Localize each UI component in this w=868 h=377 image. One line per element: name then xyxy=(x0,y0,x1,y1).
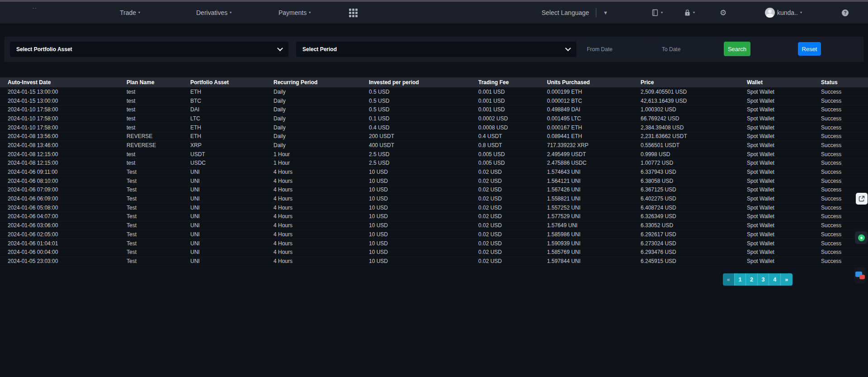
table-cell: 4 Hours xyxy=(274,239,369,248)
security-lock-icon xyxy=(684,9,691,16)
column-header: Trading Fee xyxy=(478,77,547,87)
period-select-label: Select Period xyxy=(302,46,337,52)
portfolio-asset-select[interactable]: Select Portfolio Asset xyxy=(10,42,288,57)
nav-item-derivatives[interactable]: Derivatives ▾ xyxy=(196,2,231,24)
table-cell: Success xyxy=(821,167,868,177)
chat-bubbles-icon xyxy=(855,271,865,281)
table-cell: 2024-01-06 02:05:00 xyxy=(0,230,127,239)
pagination-page[interactable]: 2 xyxy=(746,273,758,286)
table-cell: 4 Hours xyxy=(274,186,369,195)
table-cell: Daily xyxy=(274,105,369,114)
table-cell: Spot Wallet xyxy=(747,132,821,141)
share-widget[interactable] xyxy=(856,193,868,205)
logo[interactable]: .. xyxy=(33,4,38,10)
table-cell: 6.292617 USD xyxy=(641,230,747,239)
table-cell: 2024-01-10 17:58:00 xyxy=(0,114,127,123)
table-cell: Spot Wallet xyxy=(747,105,821,114)
security-menu-button[interactable]: ▾ xyxy=(684,2,695,24)
table-cell: 2024-01-06 09:11:00 xyxy=(0,167,127,177)
table-cell: 2024-01-06 03:06:00 xyxy=(0,221,127,230)
table-row: 2024-01-06 02:05:00TestUNI4 Hours10 USD0… xyxy=(0,230,868,239)
table-row: 2024-01-08 12:15:00testUSDC1 Hour2.5 USD… xyxy=(0,159,868,168)
column-header: Wallet xyxy=(747,77,821,87)
help-icon: ? xyxy=(842,10,849,16)
table-cell: Success xyxy=(821,132,868,141)
table-cell: Spot Wallet xyxy=(747,177,821,186)
column-header: Recurring Period xyxy=(274,77,369,87)
pagination-page[interactable]: 4 xyxy=(769,273,781,286)
table-cell: 1.00772 USD xyxy=(641,159,747,168)
user-menu[interactable]: kunda.. ▾ xyxy=(765,2,802,24)
table-cell: 6.33052 USD xyxy=(641,221,747,230)
help-button[interactable]: ? xyxy=(842,2,849,24)
table-cell: 0.02 USD xyxy=(478,248,547,257)
apps-grid-button[interactable] xyxy=(349,2,358,24)
table-cell: test xyxy=(127,87,190,96)
table-row: 2024-01-15 13:00:00testBTCDaily0.5 USD0.… xyxy=(0,96,868,105)
top-nav: .. Trade ▾ Derivatives ▾ Payments ▾ Sele… xyxy=(0,2,868,24)
pagination-page[interactable]: 3 xyxy=(758,273,769,286)
period-select[interactable]: Select Period xyxy=(296,42,576,57)
chevron-down-icon xyxy=(277,45,283,51)
table-cell: 0.5 USD xyxy=(369,105,478,114)
table-row: 2024-01-08 13:56:00REVERSEETHDaily200 US… xyxy=(0,132,868,141)
to-date-input[interactable] xyxy=(656,42,719,57)
table-cell: 10 USD xyxy=(369,177,478,186)
table-cell: 4 Hours xyxy=(274,194,369,203)
pagination-prev[interactable]: « xyxy=(723,273,735,286)
table-cell: 0.0002 USD xyxy=(478,114,547,123)
table-cell: Success xyxy=(821,221,868,230)
table-row: 2024-01-06 06:09:00TestUNI4 Hours10 USD0… xyxy=(0,194,868,203)
search-button[interactable]: Search xyxy=(724,42,750,56)
reset-button[interactable]: Reset xyxy=(798,42,821,56)
table-cell: test xyxy=(127,105,190,114)
from-date-input[interactable] xyxy=(581,42,649,57)
table-cell: 0.02 USD xyxy=(478,239,547,248)
table-cell: test xyxy=(127,96,190,105)
table-cell: 2024-01-06 00:04:00 xyxy=(0,248,127,257)
table-cell: Test xyxy=(127,212,190,221)
orders-menu-button[interactable]: ▾ xyxy=(651,2,663,24)
table-cell: 1.590939 UNI xyxy=(547,239,641,248)
table-cell: 1.577529 UNI xyxy=(547,212,641,221)
table-cell: 0.02 USD xyxy=(478,194,547,203)
table-cell: 0.001 USD xyxy=(478,105,547,114)
table-cell: test xyxy=(127,150,190,159)
nav-item-label: Trade xyxy=(120,9,136,16)
column-header: Portfolio Asset xyxy=(190,77,274,87)
table-cell: Test xyxy=(127,239,190,248)
filter-panel: Select Portfolio Asset Select Period Sea… xyxy=(5,37,863,62)
table-cell: 0.001495 LTC xyxy=(547,114,641,123)
table-cell: 10 USD xyxy=(369,167,478,177)
nav-item-trade[interactable]: Trade ▾ xyxy=(120,2,140,24)
table-cell: Daily xyxy=(274,141,369,150)
table-cell: 10 USD xyxy=(369,248,478,257)
table-cell: 0.0008 USD xyxy=(478,123,547,132)
settings-button[interactable]: ⚙ xyxy=(720,2,726,24)
table-cell: ETH xyxy=(190,132,274,141)
table-cell: 6.273024 USD xyxy=(641,239,747,248)
table-cell: Spot Wallet xyxy=(747,203,821,212)
chat-widget[interactable] xyxy=(854,267,866,284)
nav-item-payments[interactable]: Payments ▾ xyxy=(278,2,311,24)
pagination-next[interactable]: » xyxy=(781,273,793,286)
table-cell: 2024-01-08 12:15:00 xyxy=(0,150,127,159)
pagination-page[interactable]: 1 xyxy=(735,273,746,286)
table-cell: Test xyxy=(127,230,190,239)
table-cell: 0.02 USD xyxy=(478,230,547,239)
table-cell: REVERESE xyxy=(127,141,190,150)
language-selector[interactable]: Select Language ▼ xyxy=(542,2,608,24)
table-header-row: Auto-Invest DatePlan NamePortfolio Asset… xyxy=(0,77,868,87)
table-cell: UNI xyxy=(190,212,274,221)
table-cell: 2024-01-06 04:07:00 xyxy=(0,212,127,221)
table-cell: 6.293476 USD xyxy=(641,248,747,257)
table-cell: UNI xyxy=(190,257,274,266)
table-cell: 10 USD xyxy=(369,194,478,203)
table-cell: 200 USDT xyxy=(369,132,478,141)
table-cell: 2,231.63662 USDT xyxy=(641,132,747,141)
extension-widget[interactable] xyxy=(855,231,868,244)
table-cell: 2024-01-15 13:00:00 xyxy=(0,96,127,105)
table-body: 2024-01-15 13:00:00testETHDaily0.5 USD0.… xyxy=(0,87,868,266)
table-cell: XRP xyxy=(190,141,274,150)
table-cell: 1.57649 UNI xyxy=(547,221,641,230)
